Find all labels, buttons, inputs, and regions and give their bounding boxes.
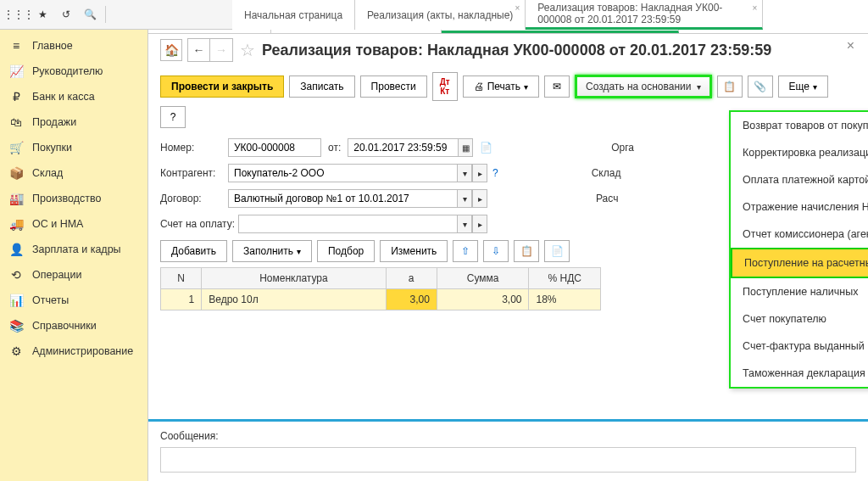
dropdown-icon[interactable]: ▾ bbox=[457, 164, 472, 182]
cell-sum[interactable]: 3,00 bbox=[437, 289, 529, 310]
dtkt-icon[interactable]: ДтКт bbox=[432, 72, 458, 101]
add-button[interactable]: Добавить bbox=[160, 240, 227, 262]
tab-home[interactable]: Начальная страница bbox=[148, 30, 271, 33]
move-up-icon[interactable]: ⇧ bbox=[453, 240, 478, 262]
open-icon[interactable]: ▸ bbox=[472, 189, 487, 208]
contract-input[interactable] bbox=[228, 189, 457, 208]
date-picker-icon[interactable]: ▦ bbox=[458, 138, 473, 157]
sidebar-item-sales[interactable]: 🛍Продажи bbox=[0, 109, 147, 135]
back-button[interactable]: ← bbox=[188, 39, 210, 61]
tab-invoice[interactable]: Реализация товаров: Накладная УК00-00000… bbox=[442, 30, 679, 33]
col-n[interactable]: N bbox=[161, 268, 202, 289]
sidebar-label: ОС и НМА bbox=[32, 218, 83, 230]
close-button[interactable]: × bbox=[847, 38, 854, 53]
open-icon[interactable]: ▸ bbox=[472, 164, 487, 182]
copy-icon[interactable]: 📋 bbox=[514, 240, 539, 262]
col-price[interactable]: а bbox=[386, 268, 437, 289]
contractor-help-icon[interactable]: ? bbox=[492, 167, 498, 179]
tab-sales-list[interactable]: Реализация (акты, накладные)× bbox=[355, 0, 526, 30]
menu-item-invoice[interactable]: Счет покупателю bbox=[731, 305, 868, 333]
close-icon[interactable]: × bbox=[515, 3, 520, 13]
save-button[interactable]: Записать bbox=[289, 76, 354, 98]
sidebar-item-reports[interactable]: 📊Отчеты bbox=[0, 288, 147, 313]
sidebar-item-bank[interactable]: ₽Банк и касса bbox=[0, 84, 147, 109]
change-button[interactable]: Изменить bbox=[380, 240, 448, 262]
cell-name[interactable]: Ведро 10л bbox=[202, 289, 386, 310]
sidebar-label: Главное bbox=[32, 40, 73, 52]
search-icon[interactable]: 🔍 bbox=[78, 3, 102, 26]
select-button[interactable]: Подбор bbox=[317, 240, 375, 262]
sidebar-item-admin[interactable]: ⚙Администрирование bbox=[0, 338, 147, 364]
messages-title: Сообщения: bbox=[160, 430, 856, 442]
menu-item-return[interactable]: Возврат товаров от покупателя bbox=[731, 112, 868, 139]
col-sum[interactable]: Сумма bbox=[437, 268, 529, 289]
star-icon[interactable]: ★ bbox=[31, 3, 54, 26]
move-down-icon[interactable]: ⇩ bbox=[483, 240, 509, 262]
sidebar-item-assets[interactable]: 🚚ОС и НМА bbox=[0, 211, 147, 237]
menu-item-customs[interactable]: Таможенная декларация (экспорт) bbox=[731, 360, 868, 387]
cell-vat[interactable]: 18% bbox=[529, 289, 601, 310]
post-button[interactable]: Провести bbox=[360, 76, 427, 98]
tab-home[interactable]: Начальная страница bbox=[232, 0, 355, 30]
home-button[interactable]: 🏠 bbox=[160, 39, 182, 61]
main-area: Начальная страница Реализация (акты, нак… bbox=[148, 30, 868, 481]
col-vat[interactable]: % НДС bbox=[529, 268, 601, 289]
messages-box[interactable] bbox=[160, 447, 856, 473]
menu-icon: ≡ bbox=[8, 39, 24, 53]
sidebar-item-operations[interactable]: ⟲Операции bbox=[0, 262, 147, 288]
date-input[interactable] bbox=[348, 138, 458, 157]
paste-icon[interactable]: 📄 bbox=[544, 240, 570, 262]
more-button[interactable]: Еще bbox=[778, 76, 828, 98]
history-icon[interactable]: ↺ bbox=[54, 3, 78, 26]
related-icon[interactable]: 📋 bbox=[717, 76, 743, 98]
menu-item-bank-receipt[interactable]: Поступление на расчетный счет bbox=[731, 248, 868, 278]
sidebar-item-production[interactable]: 🏭Производство bbox=[0, 186, 147, 211]
col-nomenclature[interactable]: Номенклатура bbox=[202, 268, 386, 289]
sidebar-label: Справочники bbox=[32, 320, 97, 332]
menu-item-commission-report[interactable]: Отчет комиссионера (агента) о продажах bbox=[731, 221, 868, 248]
sidebar-item-warehouse[interactable]: 📦Склад bbox=[0, 160, 147, 186]
create-on-basis-button[interactable]: Создать на основании▾ bbox=[575, 75, 712, 98]
dropdown-icon[interactable]: ▾ bbox=[457, 215, 472, 233]
number-input[interactable] bbox=[228, 138, 321, 157]
dropdown-icon[interactable]: ▾ bbox=[457, 189, 472, 208]
fill-button[interactable]: Заполнить bbox=[232, 240, 312, 262]
tab-label: Начальная страница bbox=[244, 9, 342, 21]
help-button[interactable]: ? bbox=[160, 106, 186, 128]
tab-label: Реализация товаров: Накладная УК00-00000… bbox=[537, 2, 750, 26]
apps-icon[interactable]: ⋮⋮⋮ bbox=[7, 3, 31, 26]
sidebar-label: Администрирование bbox=[32, 345, 133, 357]
tab-current-doc[interactable]: Реализация товаров: Накладная УК00-00000… bbox=[526, 0, 763, 30]
menu-item-tax-invoice[interactable]: Счет-фактура выданный bbox=[731, 333, 868, 360]
sidebar-item-main[interactable]: ≡Главное bbox=[0, 33, 147, 59]
contractor-input[interactable] bbox=[228, 164, 457, 182]
cell-price[interactable]: 3,00 bbox=[386, 289, 437, 310]
open-icon[interactable]: ▸ bbox=[472, 215, 487, 233]
tab-sales[interactable]: Реализация (акты, накладные)× bbox=[271, 30, 442, 33]
sidebar-item-catalogs[interactable]: 📚Справочники bbox=[0, 313, 147, 338]
menu-item-correction[interactable]: Корректировка реализации bbox=[731, 139, 868, 166]
menu-item-vat[interactable]: Отражение начисления НДС bbox=[731, 193, 868, 221]
sidebar-label: Зарплата и кадры bbox=[32, 243, 121, 255]
favorite-star-icon[interactable]: ☆ bbox=[240, 40, 255, 60]
forward-button[interactable]: → bbox=[210, 39, 232, 61]
bag-icon: 🛍 bbox=[8, 115, 24, 129]
menu-item-card-payment[interactable]: Оплата платежной картой bbox=[731, 166, 868, 193]
close-icon[interactable]: × bbox=[753, 3, 758, 13]
tab-label: Реализация (акты, накладные) bbox=[367, 9, 513, 21]
sidebar-item-purchases[interactable]: 🛒Покупки bbox=[0, 135, 147, 160]
cell-n[interactable]: 1 bbox=[161, 289, 202, 310]
sidebar-item-manager[interactable]: 📈Руководителю bbox=[0, 59, 147, 84]
invoice-input[interactable] bbox=[238, 215, 457, 233]
cart-icon: 🛒 bbox=[8, 141, 24, 154]
mail-icon[interactable]: ✉ bbox=[544, 76, 570, 98]
sidebar-item-hr[interactable]: 👤Зарплата и кадры bbox=[0, 237, 147, 262]
sidebar-label: Склад bbox=[32, 167, 63, 179]
print-button[interactable]: 🖨Печать bbox=[463, 76, 539, 98]
attach-icon[interactable]: 📎 bbox=[748, 76, 773, 98]
menu-item-cash-receipt[interactable]: Поступление наличных bbox=[731, 278, 868, 305]
sidebar-label: Операции bbox=[32, 269, 81, 281]
table-row[interactable]: 1 Ведро 10л 3,00 3,00 18% bbox=[161, 289, 601, 310]
header-row: 🏠 ← → ☆ Реализация товаров: Накладная УК… bbox=[160, 38, 856, 62]
post-close-button[interactable]: Провести и закрыть bbox=[160, 76, 284, 98]
